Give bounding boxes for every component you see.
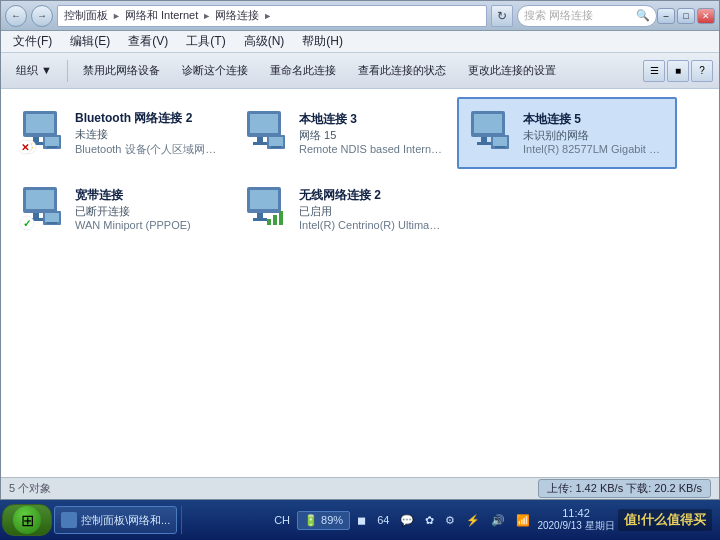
taskbar-task-network[interactable]: 控制面板\网络和... [54, 506, 177, 534]
bc-control-panel[interactable]: 控制面板 [62, 8, 110, 23]
back-button[interactable]: ← [5, 5, 27, 27]
toolbar: 组织 ▼ 禁用此网络设备 诊断这个连接 重命名此连接 查看此连接的状态 更改此连… [1, 53, 719, 89]
svg-rect-26 [26, 190, 54, 209]
battery-pct: 89% [321, 514, 343, 526]
local5-sub2: Intel(R) 82577LM Gigabit Netw... [523, 143, 667, 155]
title-bar: ← → 控制面板 ► 网络和 Internet ► 网络连接 ► ↻ 搜索 网络… [1, 1, 719, 31]
broadband-name: 宽带连接 [75, 187, 219, 204]
close-button[interactable]: ✕ [697, 8, 715, 24]
local3-icon-wrap [243, 109, 291, 157]
diagnose-button[interactable]: 诊断这个连接 [173, 57, 257, 85]
connection-wifi2[interactable]: 无线网络连接 2 已启用 Intel(R) Centrino(R) Ultima… [233, 173, 453, 245]
broadband-info: 宽带连接 已断开连接 WAN Miniport (PPPOE) [75, 187, 219, 231]
title-bar-controls: – □ ✕ [657, 8, 715, 24]
breadcrumb: 控制面板 ► 网络和 Internet ► 网络连接 ► [62, 8, 272, 23]
local5-icon-wrap [467, 109, 515, 157]
svg-rect-1 [26, 114, 54, 133]
menu-file[interactable]: 文件(F) [5, 31, 60, 52]
forward-button[interactable]: → [31, 5, 53, 27]
svg-rect-31 [47, 222, 57, 224]
tray-battery[interactable]: 🔋 89% [297, 511, 350, 530]
broadband-icon-wrap: ✓ [19, 185, 67, 233]
change-settings-button[interactable]: 更改此连接的设置 [459, 57, 565, 85]
svg-rect-35 [250, 190, 278, 209]
local3-sub2: Remote NDIS based Internet ... [299, 143, 443, 155]
broadband-sub1: 已断开连接 [75, 204, 219, 219]
start-orb-icon: ⊞ [13, 506, 41, 534]
status-items-count: 5 个对象 [9, 481, 51, 496]
taskbar: ⊞ 控制面板\网络和... CH 🔋 89% ◼ 64 💬 ✿ ⚙ ⚡ 🔊 📶 … [0, 500, 720, 540]
tray-date: 2020/9/13 星期日 [537, 519, 614, 533]
refresh-button[interactable]: ↻ [491, 5, 513, 27]
svg-rect-39 [273, 215, 277, 225]
tray-wechat-icon[interactable]: 💬 [396, 512, 418, 529]
bt-icon-wrap: ⚡ ✕ [19, 109, 67, 157]
rename-button[interactable]: 重命名此连接 [261, 57, 345, 85]
wifi2-sub1: 已启用 [299, 204, 443, 219]
system-tray: CH 🔋 89% ◼ 64 💬 ✿ ⚙ ⚡ 🔊 📶 11:42 2020/9/1… [264, 507, 718, 533]
connection-bt[interactable]: ⚡ ✕ Bluetooth 网络连接 2 未连接 Bluetooth 设备(个人… [9, 97, 229, 169]
tray-icon-1[interactable]: ◼ [353, 512, 370, 529]
connections-area: ⚡ ✕ Bluetooth 网络连接 2 未连接 Bluetooth 设备(个人… [1, 89, 719, 477]
organize-button[interactable]: 组织 ▼ [7, 57, 61, 85]
local3-sub1: 网络 15 [299, 128, 443, 143]
tray-time: 11:42 [537, 507, 614, 519]
svg-rect-24 [495, 146, 505, 148]
toolbar-separator-1 [67, 60, 68, 82]
search-placeholder: 搜索 网络连接 [524, 8, 593, 23]
svg-text:✓: ✓ [23, 218, 31, 229]
wifi2-monitor-icon [243, 185, 289, 231]
connection-local5[interactable]: 本地连接 5 未识别的网络 Intel(R) 82577LM Gigabit N… [457, 97, 677, 169]
tray-ch-indicator[interactable]: CH [270, 512, 294, 528]
address-bar[interactable]: 控制面板 ► 网络和 Internet ► 网络连接 ► [57, 5, 487, 27]
wifi2-icon-wrap [243, 185, 291, 233]
tray-network-icon[interactable]: 📶 [512, 512, 534, 529]
network-speed-display: 上传: 1.42 KB/s 下载: 20.2 KB/s [538, 479, 711, 498]
svg-rect-40 [279, 211, 283, 225]
menu-edit[interactable]: 编辑(E) [62, 31, 118, 52]
tray-icon-5[interactable]: 🔊 [487, 512, 509, 529]
tray-icon-2[interactable]: 64 [373, 512, 393, 528]
view-status-button[interactable]: 查看此连接的状态 [349, 57, 455, 85]
tray-bluetooth-icon[interactable]: ⚡ [462, 512, 484, 529]
broadband-sub2: WAN Miniport (PPPOE) [75, 219, 219, 231]
search-box[interactable]: 搜索 网络连接 🔍 [517, 5, 657, 27]
help-button[interactable]: ? [691, 60, 713, 82]
search-icon: 🔍 [636, 9, 650, 22]
connection-local3[interactable]: 本地连接 3 网络 15 Remote NDIS based Internet … [233, 97, 453, 169]
local5-name: 本地连接 5 [523, 111, 667, 128]
status-bar: 5 个对象 上传: 1.42 KB/s 下载: 20.2 KB/s [1, 477, 719, 499]
start-button[interactable]: ⊞ [2, 504, 52, 536]
svg-rect-14 [253, 142, 267, 145]
tray-clock[interactable]: 11:42 2020/9/13 星期日 [537, 507, 614, 533]
svg-rect-27 [33, 213, 39, 218]
tray-icon-3[interactable]: ✿ [421, 512, 438, 529]
svg-rect-6 [47, 146, 57, 148]
menu-bar: 文件(F) 编辑(E) 查看(V) 工具(T) 高级(N) 帮助(H) [1, 31, 719, 53]
svg-text:✕: ✕ [21, 142, 29, 153]
disable-device-button[interactable]: 禁用此网络设备 [74, 57, 169, 85]
local5-sub1: 未识别的网络 [523, 128, 667, 143]
minimize-button[interactable]: – [657, 8, 675, 24]
bc-network-internet[interactable]: 网络和 Internet [123, 8, 200, 23]
svg-rect-5 [45, 137, 59, 146]
taskbar-task-label: 控制面板\网络和... [81, 513, 170, 528]
wifi2-name: 无线网络连接 2 [299, 187, 443, 204]
view-mode-button[interactable]: ☰ [643, 60, 665, 82]
menu-advanced[interactable]: 高级(N) [236, 31, 293, 52]
broadband-monitor-icon: ✓ [19, 185, 65, 231]
svg-rect-2 [33, 137, 39, 142]
svg-rect-23 [493, 137, 507, 146]
main-window: ← → 控制面板 ► 网络和 Internet ► 网络连接 ► ↻ 搜索 网络… [0, 0, 720, 500]
menu-tools[interactable]: 工具(T) [178, 31, 233, 52]
svg-rect-38 [267, 219, 271, 225]
bc-network-connections[interactable]: 网络连接 [213, 8, 261, 23]
local3-monitor-icon [243, 109, 289, 155]
tray-icon-4[interactable]: ⚙ [441, 512, 459, 529]
connection-broadband[interactable]: ✓ 宽带连接 已断开连接 WAN Miniport (PPPOE) [9, 173, 229, 245]
svg-rect-20 [481, 137, 487, 142]
maximize-button[interactable]: □ [677, 8, 695, 24]
view-large-icons-button[interactable]: ■ [667, 60, 689, 82]
menu-view[interactable]: 查看(V) [120, 31, 176, 52]
menu-help[interactable]: 帮助(H) [294, 31, 351, 52]
